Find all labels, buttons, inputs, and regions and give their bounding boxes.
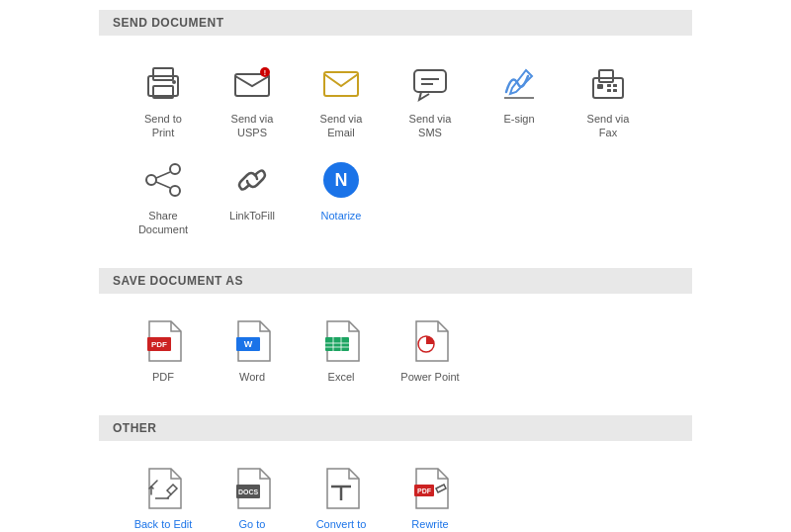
esign-label: E-sign bbox=[503, 112, 534, 126]
esign-icon bbox=[495, 59, 543, 107]
send-usps-button[interactable]: ! Send viaUSPS bbox=[208, 51, 297, 148]
svg-rect-8 bbox=[414, 70, 446, 92]
back-edit-icon bbox=[139, 465, 187, 512]
save-document-grid: PDF PDF W Word bbox=[99, 304, 692, 405]
send-sms-button[interactable]: Send viaSMS bbox=[386, 51, 475, 148]
svg-text:PDF: PDF bbox=[417, 488, 432, 494]
send-document-section: SEND DOCUMENT Send toPrint bbox=[99, 10, 692, 258]
print-icon bbox=[139, 59, 187, 107]
go-mydocs-button[interactable]: DOCS Go toMyDocs bbox=[208, 457, 297, 532]
usps-icon: ! bbox=[228, 59, 276, 107]
svg-point-19 bbox=[170, 164, 180, 174]
pdf-icon: PDF bbox=[139, 317, 187, 365]
back-to-edit-label: Back to Edit bbox=[134, 517, 193, 531]
save-word-button[interactable]: W Word bbox=[208, 310, 297, 392]
rewrite-pdf-button[interactable]: PDF RewritePDF bbox=[386, 457, 475, 532]
send-email-button[interactable]: Send viaEmail bbox=[297, 51, 386, 148]
save-pdf-label: PDF bbox=[152, 370, 174, 384]
send-sms-label: Send viaSMS bbox=[409, 112, 452, 140]
save-excel-button[interactable]: Excel bbox=[297, 310, 386, 392]
other-grid: Back to Edit DOCS Go toMyDocs bbox=[99, 451, 692, 532]
send-email-label: Send viaEmail bbox=[320, 112, 363, 140]
save-document-section: SAVE DOCUMENT AS PDF PDF bbox=[99, 268, 692, 405]
ppt-icon bbox=[406, 317, 454, 365]
svg-text:!: ! bbox=[264, 69, 266, 76]
svg-rect-15 bbox=[607, 84, 611, 87]
rewrite-icon: PDF bbox=[406, 465, 454, 512]
svg-rect-18 bbox=[613, 89, 617, 92]
save-excel-label: Excel bbox=[328, 370, 355, 384]
other-section: OTHER Back to Edit bbox=[99, 415, 692, 532]
notarize-icon: N bbox=[317, 156, 365, 204]
save-pdf-button[interactable]: PDF PDF bbox=[119, 310, 208, 392]
go-mydocs-label: Go toMyDocs bbox=[232, 517, 272, 532]
svg-point-21 bbox=[146, 175, 156, 185]
convert-template-label: Convert toTemplate bbox=[316, 517, 367, 532]
word-icon: W bbox=[228, 317, 276, 365]
svg-rect-17 bbox=[607, 89, 611, 92]
send-fax-label: Send viaFax bbox=[587, 112, 630, 140]
email-icon bbox=[317, 59, 365, 107]
svg-rect-16 bbox=[613, 84, 617, 87]
link-to-fill-button[interactable]: LinkToFill bbox=[208, 148, 297, 245]
save-ppt-button[interactable]: Power Point bbox=[386, 310, 475, 392]
send-document-header: SEND DOCUMENT bbox=[99, 10, 692, 36]
svg-point-20 bbox=[170, 186, 180, 196]
rewrite-pdf-label: RewritePDF bbox=[411, 517, 448, 532]
template-icon bbox=[317, 465, 365, 512]
mydocs-icon: DOCS bbox=[228, 465, 276, 512]
convert-template-button[interactable]: Convert toTemplate bbox=[297, 457, 386, 532]
send-usps-label: Send viaUSPS bbox=[231, 112, 274, 140]
svg-text:N: N bbox=[335, 170, 348, 190]
link-icon bbox=[228, 156, 276, 204]
svg-line-22 bbox=[156, 172, 170, 178]
send-print-label: Send toPrint bbox=[144, 112, 182, 140]
share-icon bbox=[139, 156, 187, 204]
save-document-header: SAVE DOCUMENT AS bbox=[99, 268, 692, 294]
fax-icon bbox=[584, 59, 632, 107]
svg-line-23 bbox=[156, 182, 170, 188]
main-container: SEND DOCUMENT Send toPrint bbox=[99, 10, 692, 532]
save-ppt-label: Power Point bbox=[400, 370, 459, 384]
excel-icon bbox=[317, 317, 365, 365]
other-header: OTHER bbox=[99, 415, 692, 441]
svg-rect-1 bbox=[153, 68, 173, 80]
notarize-button[interactable]: N Notarize bbox=[297, 148, 386, 245]
send-print-button[interactable]: Send toPrint bbox=[119, 51, 208, 148]
svg-rect-7 bbox=[324, 72, 358, 96]
svg-text:DOCS: DOCS bbox=[238, 488, 259, 495]
svg-rect-30 bbox=[325, 337, 349, 351]
send-document-grid: Send toPrint ! Send viaUSPS bbox=[99, 45, 692, 258]
svg-point-3 bbox=[172, 80, 176, 84]
send-fax-button[interactable]: Send viaFax bbox=[564, 51, 653, 148]
link-to-fill-label: LinkToFill bbox=[229, 209, 275, 222]
share-doc-button[interactable]: ShareDocument bbox=[119, 148, 208, 245]
save-word-label: Word bbox=[239, 370, 265, 384]
svg-text:PDF: PDF bbox=[151, 340, 167, 349]
sms-icon bbox=[406, 59, 454, 107]
esign-button[interactable]: E-sign bbox=[475, 51, 564, 148]
notarize-label: Notarize bbox=[321, 209, 362, 222]
svg-text:W: W bbox=[244, 339, 253, 349]
share-doc-label: ShareDocument bbox=[138, 209, 188, 237]
svg-rect-13 bbox=[599, 70, 613, 82]
svg-rect-14 bbox=[597, 84, 603, 89]
back-to-edit-button[interactable]: Back to Edit bbox=[119, 457, 208, 532]
